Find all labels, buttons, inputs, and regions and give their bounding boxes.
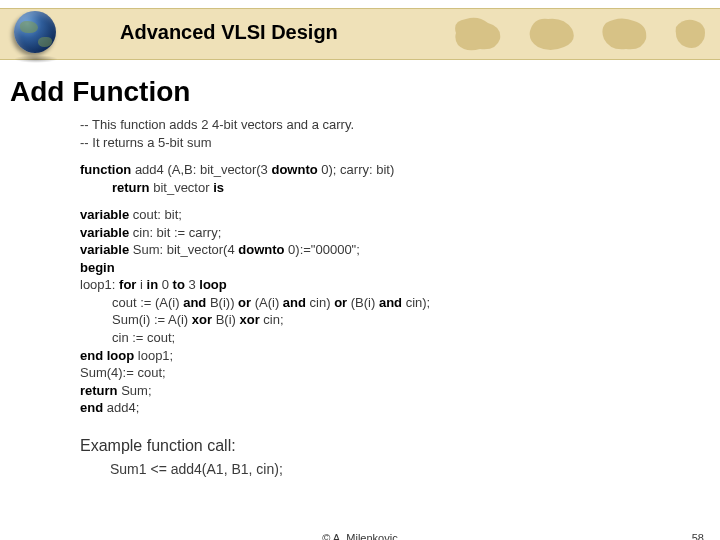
code-line: variable cin: bit := carry;: [80, 224, 720, 242]
code-line: loop1: for i in 0 to 3 loop: [80, 276, 720, 294]
code-block: -- This function adds 2 4-bit vectors an…: [80, 116, 720, 417]
code-line: end add4;: [80, 399, 720, 417]
slide-header: Advanced VLSI Design: [0, 8, 720, 60]
code-line: end loop loop1;: [80, 347, 720, 365]
footer-author: © A. Milenkovic: [322, 532, 397, 540]
code-line: Sum(i) := A(i) xor B(i) xor cin;: [112, 311, 720, 329]
code-line: -- It returns a 5-bit sum: [80, 134, 720, 152]
slide-title: Add Function: [10, 76, 720, 108]
code-line: -- This function adds 2 4-bit vectors an…: [80, 116, 720, 134]
code-line: function add4 (A,B: bit_vector(3 downto …: [80, 161, 720, 179]
example-call: Sum1 <= add4(A1, B1, cin);: [110, 461, 720, 477]
example-label: Example function call:: [80, 437, 720, 455]
code-line: cin := cout;: [112, 329, 720, 347]
code-line: variable cout: bit;: [80, 206, 720, 224]
code-line: return bit_vector is: [112, 179, 720, 197]
code-line: begin: [80, 259, 720, 277]
code-line: Sum(4):= cout;: [80, 364, 720, 382]
page-number: 58: [692, 532, 704, 540]
code-line: variable Sum: bit_vector(4 downto 0):="0…: [80, 241, 720, 259]
globe-shadow: [14, 55, 58, 63]
course-title: Advanced VLSI Design: [120, 21, 338, 44]
globe-icon: [14, 11, 60, 57]
code-line: return Sum;: [80, 382, 720, 400]
code-line: cout := (A(i) and B(i)) or (A(i) and cin…: [112, 294, 720, 312]
header-map-decor: [430, 9, 720, 59]
